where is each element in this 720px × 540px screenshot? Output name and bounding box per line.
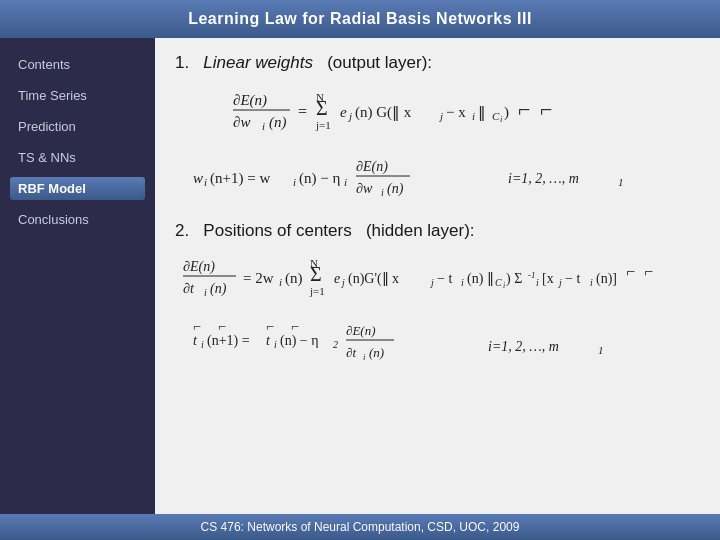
svg-text:i: i [344, 176, 347, 188]
svg-text:i: i [590, 277, 593, 288]
svg-text:= 2w: = 2w [243, 270, 274, 286]
svg-text:− t: − t [565, 271, 580, 286]
svg-text:∂E(n): ∂E(n) [346, 323, 376, 338]
svg-text:∂t: ∂t [346, 345, 356, 360]
svg-text:C: C [492, 110, 500, 122]
sidebar-item-conclusions[interactable]: Conclusions [10, 208, 145, 231]
sidebar: Contents Time Series Prediction TS & NNs… [0, 38, 155, 514]
svg-text:∂E(n): ∂E(n) [233, 92, 267, 109]
section1-title: 1. Linear weights (output layer): [175, 53, 700, 73]
svg-text:[x: [x [542, 271, 554, 286]
svg-text:-1: -1 [528, 270, 536, 280]
svg-text:i: i [536, 277, 539, 288]
formula3-svg: ∂E(n) ∂t i (n) = 2w i (n) N Σ j=1 e j (n… [178, 249, 698, 309]
svg-text:⌐: ⌐ [218, 319, 226, 334]
svg-text:2: 2 [333, 339, 338, 350]
svg-text:− t: − t [437, 271, 452, 286]
svg-text:i: i [201, 339, 204, 350]
svg-text:i: i [461, 277, 464, 288]
svg-text:(n+1) =: (n+1) = [207, 333, 250, 349]
svg-text:i: i [503, 281, 505, 290]
svg-text:(n) − η: (n) − η [299, 170, 340, 187]
svg-text:i: i [204, 176, 207, 188]
svg-text:∂w: ∂w [233, 114, 250, 130]
svg-text:⌐: ⌐ [540, 97, 552, 122]
svg-text:− x: − x [446, 104, 466, 120]
sidebar-item-rbfmodel[interactable]: RBF Model [10, 177, 145, 200]
svg-text:i: i [472, 110, 475, 122]
svg-text:j: j [557, 277, 562, 288]
svg-text:i=1, 2, …, m: i=1, 2, …, m [488, 339, 559, 354]
svg-text:j: j [347, 110, 352, 122]
svg-text:e: e [334, 271, 340, 286]
svg-text:⌐: ⌐ [518, 97, 530, 122]
formula2-block: w i (n+1) = w i (n) − η i ∂E(n) ∂w i (n)… [175, 149, 700, 211]
svg-text:=: = [298, 103, 307, 120]
svg-text:(n): (n) [387, 181, 404, 197]
svg-text:⌐: ⌐ [266, 319, 274, 334]
sidebar-item-prediction[interactable]: Prediction [10, 115, 145, 138]
svg-text:j: j [429, 277, 434, 288]
svg-text:∂E(n): ∂E(n) [356, 159, 388, 175]
svg-text:(n): (n) [269, 114, 287, 131]
svg-text:i: i [279, 276, 282, 288]
svg-text:i: i [363, 352, 366, 362]
svg-text:j=1: j=1 [309, 285, 325, 297]
svg-text:i: i [204, 287, 207, 298]
svg-text:i: i [381, 187, 384, 198]
title-bar: Learning Law for Radial Basis Networks I… [0, 0, 720, 38]
svg-text:(n)G'(‖ x: (n)G'(‖ x [348, 271, 399, 287]
svg-text:): ) [504, 104, 509, 121]
svg-text:∂w: ∂w [356, 181, 373, 196]
svg-text:1: 1 [618, 176, 624, 188]
main-content: 1. Linear weights (output layer): ∂E(n) … [155, 38, 720, 514]
svg-text:w: w [193, 170, 203, 186]
svg-text:Σ: Σ [316, 97, 328, 119]
svg-text:i: i [500, 114, 503, 124]
svg-text:⌐: ⌐ [291, 319, 299, 334]
svg-text:e: e [340, 104, 347, 120]
section2-title: 2. Positions of centers (hidden layer): [175, 221, 700, 241]
slide-title: Learning Law for Radial Basis Networks I… [188, 10, 532, 27]
svg-text:‖: ‖ [478, 104, 486, 121]
formula2-svg: w i (n+1) = w i (n) − η i ∂E(n) ∂w i (n)… [188, 149, 688, 211]
svg-text:i: i [262, 120, 265, 132]
svg-text:(n) ‖: (n) ‖ [467, 271, 494, 287]
svg-text:∂E(n): ∂E(n) [183, 259, 215, 275]
svg-text:i=1, 2, …, m: i=1, 2, …, m [508, 171, 579, 186]
svg-text:(n+1) = w: (n+1) = w [210, 170, 270, 187]
svg-text:(n) − η: (n) − η [280, 333, 319, 349]
svg-text:(n): (n) [369, 345, 384, 360]
svg-text:t: t [266, 333, 271, 348]
svg-text:(n): (n) [285, 270, 303, 287]
svg-text:⌐: ⌐ [193, 319, 201, 334]
svg-text:t: t [193, 333, 198, 348]
svg-text:(n)]: (n)] [596, 271, 617, 287]
svg-text:C: C [495, 277, 502, 288]
svg-text:j=1: j=1 [315, 119, 331, 131]
svg-text:) Σ: ) Σ [506, 271, 522, 287]
sidebar-item-timeseries[interactable]: Time Series [10, 84, 145, 107]
svg-text:1: 1 [598, 344, 604, 356]
formula3-block: ∂E(n) ∂t i (n) = 2w i (n) N Σ j=1 e j (n… [175, 249, 700, 309]
svg-text:j: j [340, 277, 345, 288]
sidebar-item-contents[interactable]: Contents [10, 53, 145, 76]
svg-text:j: j [438, 110, 443, 122]
footer-bar: CS 476: Networks of Neural Computation, … [0, 514, 720, 540]
formula1-svg: ∂E(n) ∂w i (n) = N Σ j=1 e j (n) G(‖ x j… [228, 83, 648, 141]
svg-text:Σ: Σ [310, 263, 322, 285]
svg-text:⌐: ⌐ [626, 263, 635, 280]
svg-text:(n): (n) [210, 281, 227, 297]
formula4-block: ⌐ ⌐ t i (n+1) = ⌐ ⌐ t i (n) − η 2 ∂E(n) … [175, 317, 700, 379]
svg-text:i: i [293, 176, 296, 188]
svg-text:(n) G(‖ x: (n) G(‖ x [355, 104, 412, 121]
content-area: Contents Time Series Prediction TS & NNs… [0, 38, 720, 514]
footer-text: CS 476: Networks of Neural Computation, … [201, 520, 520, 534]
svg-text:∂t: ∂t [183, 281, 195, 296]
formula1-block: ∂E(n) ∂w i (n) = N Σ j=1 e j (n) G(‖ x j… [175, 83, 700, 141]
svg-text:i: i [274, 339, 277, 350]
sidebar-item-tsnns[interactable]: TS & NNs [10, 146, 145, 169]
svg-text:⌐: ⌐ [644, 263, 653, 280]
slide: Learning Law for Radial Basis Networks I… [0, 0, 720, 540]
formula4-svg: ⌐ ⌐ t i (n+1) = ⌐ ⌐ t i (n) − η 2 ∂E(n) … [188, 317, 688, 379]
